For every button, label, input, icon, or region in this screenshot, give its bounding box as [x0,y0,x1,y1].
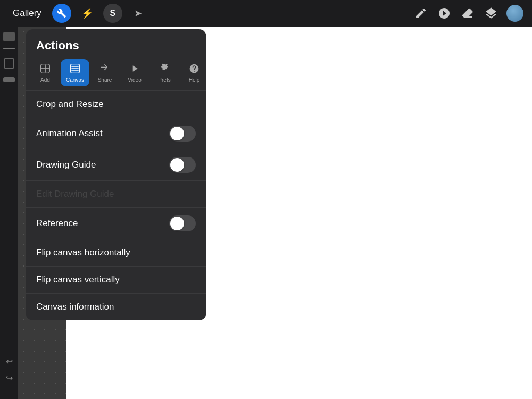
layers-button[interactable] [483,5,499,21]
reference-label: Reference [36,218,78,229]
sidebar-opacity[interactable] [3,48,15,49]
arrow-tool-button[interactable]: ➤ [129,4,148,23]
menu-item-flip-horizontal[interactable]: Flip canvas horizontally [26,239,206,266]
pen-icon [438,7,451,20]
drawing-guide-toggle[interactable] [169,157,196,173]
pen-tool-button[interactable] [436,5,452,21]
tab-share[interactable]: Share [90,59,119,86]
flip-vertical-label: Flip canvas vertically [36,275,120,285]
animation-assist-knob [170,127,184,140]
color-picker[interactable] [506,5,523,22]
wrench-tool-button[interactable] [52,4,71,23]
layers-icon [484,6,498,20]
video-tab-icon [128,62,141,75]
edit-drawing-guide-label: Edit Drawing Guide [36,189,114,200]
animation-assist-toggle[interactable] [169,126,196,142]
toolbar-left: Gallery ⚡ S ➤ [9,4,148,23]
flip-horizontal-label: Flip canvas horizontally [36,247,130,258]
menu-item-flip-vertical[interactable]: Flip canvas vertically [26,267,206,293]
menu-item-crop-resize[interactable]: Crop and Resize [26,91,206,118]
actions-panel: Actions Add Canvas Share [26,29,206,320]
tab-add-label: Add [40,77,50,83]
lightning-tool-button[interactable]: ⚡ [78,4,97,23]
tab-canvas-label: Canvas [66,77,84,83]
animation-assist-label: Animation Assist [36,128,103,139]
sidebar-slider[interactable] [3,77,15,82]
menu-item-animation-assist[interactable]: Animation Assist [26,118,206,149]
tab-video[interactable]: Video [120,59,149,86]
tab-prefs-label: Prefs [158,77,170,83]
tab-video-label: Video [128,77,141,83]
tab-bar: Add Canvas Share Video P [26,59,206,90]
menu-item-reference[interactable]: Reference [26,208,206,239]
s-tool-button[interactable]: S [103,4,122,23]
add-tab-icon [39,62,52,75]
tab-prefs[interactable]: Prefs [150,59,179,86]
help-tab-icon [188,62,201,75]
redo-button[interactable]: ↪ [6,373,13,383]
canvas-information-label: Canvas information [36,302,114,312]
sidebar-checkbox[interactable] [4,58,14,69]
menu-item-canvas-information[interactable]: Canvas information [26,294,206,320]
tab-share-label: Share [98,77,112,83]
canvas-tab-icon [69,62,81,75]
tab-help-label: Help [189,77,200,83]
menu-item-drawing-guide[interactable]: Drawing Guide [26,149,206,180]
share-tab-icon [98,62,111,75]
svg-rect-1 [41,68,49,69]
wrench-icon [57,9,66,18]
eraser-icon [461,7,474,20]
tab-add[interactable]: Add [31,59,60,86]
toolbar-right [413,5,523,22]
actions-title: Actions [26,29,206,59]
undo-button[interactable]: ↩ [6,356,13,367]
pencil-icon [414,7,427,20]
tab-canvas[interactable]: Canvas [61,59,89,86]
drawing-guide-knob [170,158,184,172]
reference-knob [170,217,184,230]
drawing-guide-label: Drawing Guide [36,160,96,170]
menu-item-edit-drawing-guide: Edit Drawing Guide [26,181,206,207]
eraser-tool-button[interactable] [460,5,476,21]
gallery-button[interactable]: Gallery [9,6,46,21]
left-sidebar: ↩ ↪ [0,27,18,399]
prefs-tab-icon [158,62,171,75]
crop-resize-label: Crop and Resize [36,99,104,110]
pencil-tool-button[interactable] [413,5,429,21]
sidebar-brush-size[interactable] [3,32,15,41]
tab-help[interactable]: Help [180,59,206,86]
top-toolbar: Gallery ⚡ S ➤ [0,0,532,27]
reference-toggle[interactable] [169,215,196,231]
